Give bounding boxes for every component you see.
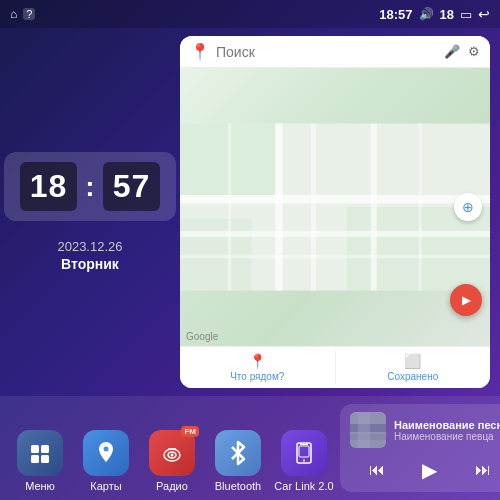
radio-label: Радио bbox=[156, 480, 188, 492]
map-search-bar: 📍 🎤 ⚙ bbox=[180, 36, 490, 68]
dock-apps: Меню Карты bbox=[10, 404, 334, 492]
main-screen: ⌂ ? 18:57 🔊 18 ▭ ↩ 18 : 57 2023.12.26 Вт… bbox=[0, 0, 500, 500]
clock-widget: 18 : 57 bbox=[4, 152, 177, 221]
app-maps[interactable]: Карты bbox=[76, 404, 136, 492]
svg-rect-6 bbox=[275, 124, 282, 291]
status-left-icons: ⌂ ? bbox=[10, 7, 35, 21]
radio-badge: FM bbox=[181, 426, 199, 437]
bluetooth-label: Bluetooth bbox=[215, 480, 261, 492]
maps-icon bbox=[83, 430, 129, 476]
svg-point-23 bbox=[303, 460, 305, 462]
svg-rect-12 bbox=[31, 445, 39, 453]
svg-rect-14 bbox=[31, 455, 39, 463]
map-pin-icon: 📍 bbox=[190, 42, 210, 61]
music-title: Наименование песни bbox=[394, 419, 500, 431]
map-search-actions: 🎤 ⚙ bbox=[444, 44, 480, 59]
menu-icon bbox=[17, 430, 63, 476]
map-widget: 📍 🎤 ⚙ bbox=[180, 36, 490, 388]
mic-icon[interactable]: 🎤 bbox=[444, 44, 460, 59]
prev-button[interactable]: ⏮ bbox=[363, 456, 391, 484]
svg-rect-10 bbox=[228, 124, 232, 291]
app-radio[interactable]: FM Радио bbox=[142, 404, 202, 492]
status-right-icons: 18:57 🔊 18 ▭ ↩ bbox=[379, 6, 490, 22]
music-top: Наименование песни Наименование певца bbox=[350, 412, 500, 448]
nearby-icon: 📍 bbox=[249, 353, 266, 369]
svg-rect-7 bbox=[371, 124, 377, 291]
help-icon[interactable]: ? bbox=[23, 8, 35, 20]
bottom-dock: Меню Карты bbox=[0, 396, 500, 500]
play-button[interactable]: ▶ bbox=[416, 456, 444, 484]
map-display[interactable]: Google ⊕ ▶ bbox=[180, 68, 490, 346]
battery-level: 18 bbox=[440, 7, 454, 22]
svg-rect-4 bbox=[180, 195, 490, 203]
screen-icon[interactable]: ▭ bbox=[460, 7, 472, 22]
map-start-button[interactable]: ▶ bbox=[450, 284, 482, 316]
map-nearby-button[interactable]: 📍 Что рядом? bbox=[180, 347, 335, 388]
svg-rect-5 bbox=[180, 231, 490, 237]
carlink-label: Car Link 2.0 bbox=[274, 480, 333, 492]
radio-icon: FM bbox=[149, 430, 195, 476]
main-area: 18 : 57 2023.12.26 Вторник 📍 🎤 ⚙ bbox=[0, 28, 500, 396]
map-bottom-bar: 📍 Что рядом? ⬜ Сохранено bbox=[180, 346, 490, 388]
home-icon[interactable]: ⌂ bbox=[10, 7, 17, 21]
nearby-label: Что рядом? bbox=[230, 371, 284, 382]
date-display: 2023.12.26 bbox=[57, 239, 122, 254]
settings-icon[interactable]: ⚙ bbox=[468, 44, 480, 59]
status-time: 18:57 bbox=[379, 7, 412, 22]
map-search-input[interactable] bbox=[216, 44, 438, 60]
google-label: Google bbox=[186, 331, 218, 342]
app-carlink[interactable]: Car Link 2.0 bbox=[274, 404, 334, 492]
saved-label: Сохранено bbox=[387, 371, 438, 382]
app-bluetooth[interactable]: Bluetooth bbox=[208, 404, 268, 492]
music-thumbnail bbox=[350, 412, 386, 448]
maps-label: Карты bbox=[90, 480, 121, 492]
music-artist: Наименование певца bbox=[394, 431, 500, 442]
svg-rect-13 bbox=[41, 445, 49, 453]
svg-point-19 bbox=[171, 454, 174, 457]
menu-label: Меню bbox=[25, 480, 55, 492]
svg-rect-11 bbox=[418, 124, 422, 291]
svg-point-16 bbox=[104, 447, 109, 452]
saved-icon: ⬜ bbox=[404, 353, 421, 369]
clock-separator: : bbox=[85, 171, 94, 203]
svg-rect-15 bbox=[41, 455, 49, 463]
clock-minutes: 57 bbox=[103, 162, 161, 211]
music-info: Наименование песни Наименование певца bbox=[394, 419, 500, 442]
volume-icon: 🔊 bbox=[419, 7, 434, 21]
music-widget: Наименование песни Наименование певца ⏮ … bbox=[340, 404, 500, 492]
svg-rect-9 bbox=[180, 255, 490, 259]
svg-rect-28 bbox=[358, 412, 370, 448]
clock-hours: 18 bbox=[20, 162, 78, 211]
back-icon[interactable]: ↩ bbox=[478, 6, 490, 22]
map-svg bbox=[180, 68, 490, 346]
svg-rect-8 bbox=[311, 124, 316, 291]
music-controls: ⏮ ▶ ⏭ bbox=[350, 454, 500, 484]
status-bar: ⌂ ? 18:57 🔊 18 ▭ ↩ bbox=[0, 0, 500, 28]
left-panel: 18 : 57 2023.12.26 Вторник bbox=[10, 36, 170, 388]
weekday-display: Вторник bbox=[61, 256, 119, 272]
svg-rect-22 bbox=[299, 446, 309, 457]
app-menu[interactable]: Меню bbox=[10, 404, 70, 492]
map-saved-button[interactable]: ⬜ Сохранено bbox=[336, 347, 491, 388]
next-button[interactable]: ⏭ bbox=[469, 456, 497, 484]
bluetooth-icon bbox=[215, 430, 261, 476]
music-thumb-image bbox=[350, 412, 386, 448]
map-location-button[interactable]: ⊕ bbox=[454, 193, 482, 221]
carlink-icon bbox=[281, 430, 327, 476]
